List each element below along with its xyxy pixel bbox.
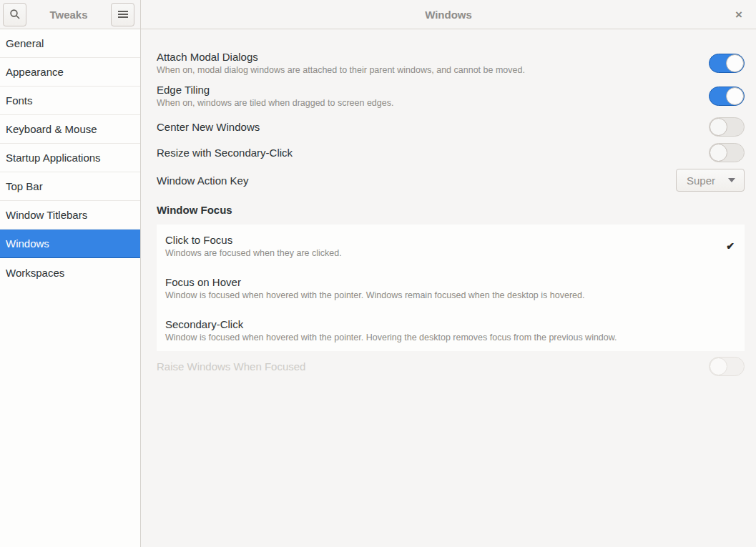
setting-title: Center New Windows <box>157 119 260 134</box>
sidebar: Tweaks General Appearance Fonts Keyboard… <box>0 0 141 547</box>
sidebar-nav: General Appearance Fonts Keyboard & Mous… <box>0 29 140 287</box>
sidebar-item-general[interactable]: General <box>0 29 140 58</box>
setting-description: When on, windows are tiled when dragged … <box>157 97 393 109</box>
setting-title: Attach Modal Dialogs <box>157 49 525 64</box>
sidebar-item-keyboard-mouse[interactable]: Keyboard & Mouse <box>0 115 140 144</box>
chevron-down-icon <box>728 178 735 182</box>
page-title: Windows <box>425 9 472 21</box>
sidebar-header: Tweaks <box>0 0 140 29</box>
focus-option-focus-on-hover[interactable]: Focus on Hover Window is focused when ho… <box>157 267 745 309</box>
focus-option-secondary-click[interactable]: Secondary-Click Window is focused when h… <box>157 309 745 351</box>
option-description: Window is focused when hovered with the … <box>165 332 735 344</box>
hamburger-menu-icon <box>118 11 128 18</box>
setting-title: Edge Tiling <box>157 82 393 97</box>
setting-row-window-action-key: Window Action Key Super <box>157 169 745 192</box>
option-title: Click to Focus <box>165 232 735 247</box>
focus-option-click-to-focus[interactable]: Click to Focus Windows are focused when … <box>157 225 745 267</box>
main-header: Windows × <box>141 0 756 29</box>
window-focus-heading: Window Focus <box>157 204 745 216</box>
setting-row-resize-secondary-click: Resize with Secondary-Click <box>157 142 745 163</box>
attach-modal-dialogs-switch[interactable] <box>709 54 745 73</box>
search-icon <box>9 9 21 20</box>
setting-title: Window Action Key <box>157 173 248 188</box>
switch-knob <box>726 54 744 72</box>
app-title: Tweaks <box>49 9 87 21</box>
window-action-key-dropdown[interactable]: Super <box>676 169 745 192</box>
setting-row-edge-tiling: Edge Tiling When on, windows are tiled w… <box>157 80 745 112</box>
sidebar-item-window-titlebars[interactable]: Window Titlebars <box>0 201 140 230</box>
sidebar-item-fonts[interactable]: Fonts <box>0 87 140 115</box>
menu-button[interactable] <box>111 3 134 26</box>
sidebar-item-appearance[interactable]: Appearance <box>0 58 140 87</box>
switch-knob <box>710 118 727 136</box>
setting-row-attach-modal-dialogs: Attach Modal Dialogs When on, modal dial… <box>157 47 745 79</box>
option-title: Secondary-Click <box>165 317 735 332</box>
window-focus-list: Click to Focus Windows are focused when … <box>157 225 745 351</box>
setting-title: Resize with Secondary-Click <box>157 145 293 160</box>
sidebar-item-windows[interactable]: Windows <box>0 230 140 258</box>
switch-knob <box>710 358 727 375</box>
setting-row-raise-windows-when-focused: Raise Windows When Focused <box>157 355 745 377</box>
setting-description: When on, modal dialog windows are attach… <box>157 64 525 77</box>
option-title: Focus on Hover <box>165 275 735 290</box>
option-description: Window is focused when hovered with the … <box>165 290 735 302</box>
main-pane: Windows × Attach Modal Dialogs When on, … <box>141 0 756 547</box>
resize-with-secondary-click-switch[interactable] <box>709 143 745 162</box>
setting-row-center-new-windows: Center New Windows <box>157 116 745 137</box>
windows-settings-panel: Attach Modal Dialogs When on, modal dial… <box>141 29 756 377</box>
sidebar-item-top-bar[interactable]: Top Bar <box>0 172 140 201</box>
dropdown-value: Super <box>687 174 715 187</box>
check-icon: ✔ <box>726 240 735 252</box>
switch-knob <box>726 87 744 105</box>
sidebar-item-workspaces[interactable]: Workspaces <box>0 258 140 287</box>
gnome-tweaks-window: Tweaks General Appearance Fonts Keyboard… <box>0 0 756 547</box>
close-icon: × <box>735 8 742 21</box>
sidebar-item-startup-applications[interactable]: Startup Applications <box>0 144 140 172</box>
switch-knob <box>710 144 727 162</box>
edge-tiling-switch[interactable] <box>709 87 745 106</box>
raise-windows-when-focused-switch <box>709 357 745 376</box>
close-button[interactable]: × <box>730 5 748 24</box>
setting-title: Raise Windows When Focused <box>157 359 305 374</box>
search-button[interactable] <box>3 3 26 26</box>
option-description: Windows are focused when they are clicke… <box>165 247 735 260</box>
center-new-windows-switch[interactable] <box>709 117 745 137</box>
